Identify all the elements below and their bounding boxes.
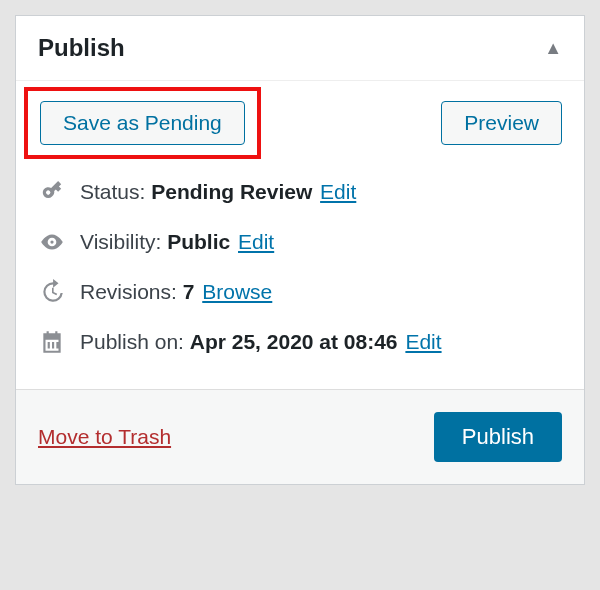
preview-button[interactable]: Preview (441, 101, 562, 145)
visibility-row: Visibility: Public Edit (38, 229, 562, 255)
revisions-text: Revisions: 7 Browse (80, 280, 272, 304)
history-icon (38, 279, 66, 305)
move-to-trash-link[interactable]: Move to Trash (38, 425, 171, 449)
revisions-label: Revisions: (80, 280, 177, 303)
revisions-browse-link[interactable]: Browse (202, 280, 272, 303)
status-row: Status: Pending Review Edit (38, 179, 562, 205)
status-text: Status: Pending Review Edit (80, 180, 356, 204)
status-label: Status: (80, 180, 145, 203)
schedule-label: Publish on: (80, 330, 184, 353)
visibility-value: Public (167, 230, 230, 253)
highlight-annotation: Save as Pending (24, 87, 261, 159)
schedule-value: Apr 25, 2020 at 08:46 (190, 330, 398, 353)
panel-header[interactable]: Publish ▲ (16, 16, 584, 81)
revisions-value: 7 (183, 280, 195, 303)
panel-title: Publish (38, 34, 125, 62)
publish-button[interactable]: Publish (434, 412, 562, 462)
panel-body: Save as Pending Preview Status: Pending … (16, 81, 584, 389)
panel-footer: Move to Trash Publish (16, 389, 584, 484)
eye-icon (38, 229, 66, 255)
schedule-row: Publish on: Apr 25, 2020 at 08:46 Edit (38, 329, 562, 355)
status-edit-link[interactable]: Edit (320, 180, 356, 203)
calendar-icon (38, 329, 66, 355)
status-value: Pending Review (151, 180, 312, 203)
save-pending-button[interactable]: Save as Pending (40, 101, 245, 145)
actions-row: Save as Pending Preview (38, 101, 562, 159)
visibility-text: Visibility: Public Edit (80, 230, 274, 254)
publish-panel: Publish ▲ Save as Pending Preview Status… (15, 15, 585, 485)
visibility-label: Visibility: (80, 230, 161, 253)
collapse-icon: ▲ (544, 38, 562, 59)
visibility-edit-link[interactable]: Edit (238, 230, 274, 253)
schedule-edit-link[interactable]: Edit (405, 330, 441, 353)
revisions-row: Revisions: 7 Browse (38, 279, 562, 305)
schedule-text: Publish on: Apr 25, 2020 at 08:46 Edit (80, 330, 442, 354)
key-icon (38, 179, 66, 205)
